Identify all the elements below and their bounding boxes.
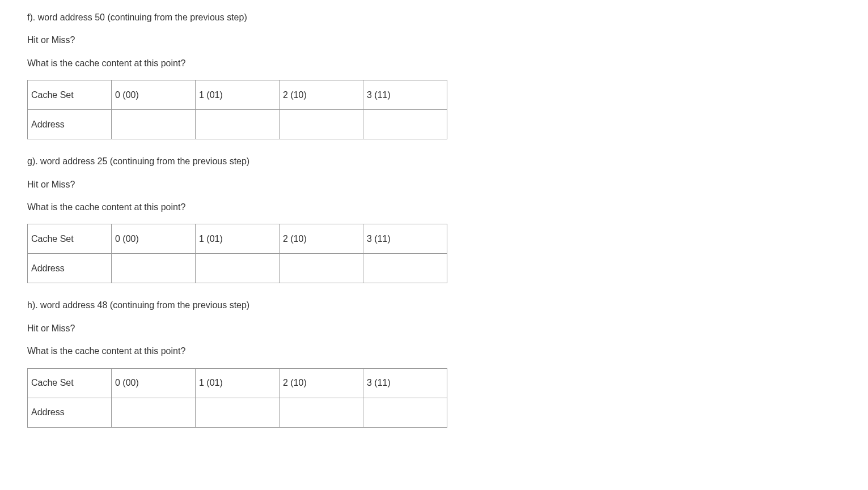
addr-cell xyxy=(196,254,280,283)
addr-cell xyxy=(363,254,447,283)
cache-content-q-h: What is the cache content at this point? xyxy=(27,345,841,357)
cache-table-g: Cache Set 0 (00) 1 (01) 2 (10) 3 (11) Ad… xyxy=(27,224,447,283)
section-h: h). word address 48 (continuing from the… xyxy=(27,299,841,427)
col-header: 1 (01) xyxy=(196,80,280,110)
addr-cell xyxy=(280,398,363,427)
row-label-set: Cache Set xyxy=(28,368,112,398)
addr-cell xyxy=(196,398,280,427)
table-row: Address xyxy=(28,110,447,139)
row-label-set: Cache Set xyxy=(28,80,112,110)
prompt-h: h). word address 48 (continuing from the… xyxy=(27,299,841,312)
col-header: 0 (00) xyxy=(112,224,196,254)
addr-cell xyxy=(112,398,196,427)
section-f: f). word address 50 (continuing from the… xyxy=(27,11,841,139)
hit-miss-g: Hit or Miss? xyxy=(27,178,841,191)
col-header: 3 (11) xyxy=(363,224,447,254)
hit-miss-f: Hit or Miss? xyxy=(27,34,841,46)
addr-cell xyxy=(363,110,447,139)
col-header: 2 (10) xyxy=(280,368,363,398)
table-row: Cache Set 0 (00) 1 (01) 2 (10) 3 (11) xyxy=(28,368,447,398)
cache-table-h: Cache Set 0 (00) 1 (01) 2 (10) 3 (11) Ad… xyxy=(27,368,447,428)
addr-cell xyxy=(112,110,196,139)
col-header: 3 (11) xyxy=(363,368,447,398)
addr-cell xyxy=(280,254,363,283)
addr-cell xyxy=(196,110,280,139)
row-label-set: Cache Set xyxy=(28,224,112,254)
col-header: 1 (01) xyxy=(196,224,280,254)
table-row: Address xyxy=(28,398,447,427)
col-header: 2 (10) xyxy=(280,224,363,254)
cache-content-q-g: What is the cache content at this point? xyxy=(27,201,841,214)
col-header: 0 (00) xyxy=(112,80,196,110)
table-row: Cache Set 0 (00) 1 (01) 2 (10) 3 (11) xyxy=(28,224,447,254)
table-row: Cache Set 0 (00) 1 (01) 2 (10) 3 (11) xyxy=(28,80,447,110)
row-label-addr: Address xyxy=(28,254,112,283)
col-header: 2 (10) xyxy=(280,80,363,110)
row-label-addr: Address xyxy=(28,110,112,139)
table-row: Address xyxy=(28,254,447,283)
row-label-addr: Address xyxy=(28,398,112,427)
addr-cell xyxy=(280,110,363,139)
addr-cell xyxy=(363,398,447,427)
col-header: 0 (00) xyxy=(112,368,196,398)
section-g: g). word address 25 (continuing from the… xyxy=(27,155,841,283)
prompt-g: g). word address 25 (continuing from the… xyxy=(27,155,841,168)
prompt-f: f). word address 50 (continuing from the… xyxy=(27,11,841,24)
addr-cell xyxy=(112,254,196,283)
col-header: 3 (11) xyxy=(363,80,447,110)
cache-table-f: Cache Set 0 (00) 1 (01) 2 (10) 3 (11) Ad… xyxy=(27,80,447,139)
cache-content-q-f: What is the cache content at this point? xyxy=(27,57,841,70)
hit-miss-h: Hit or Miss? xyxy=(27,322,841,335)
col-header: 1 (01) xyxy=(196,368,280,398)
